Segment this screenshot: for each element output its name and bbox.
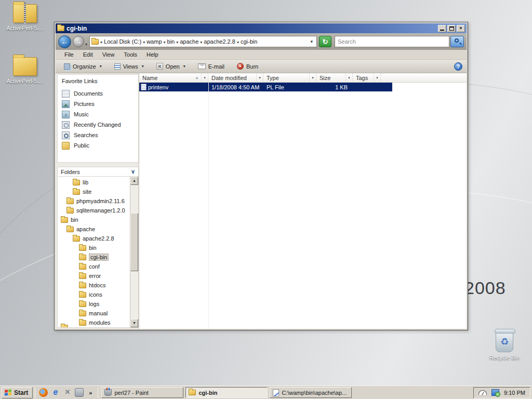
breadcrumb-apache228[interactable]: apache2.2.8 [204,38,235,45]
tree-item-site[interactable]: site [58,187,130,196]
close-button[interactable]: × [457,25,465,32]
column-filter-dropdown[interactable]: ▾ [309,73,316,82]
recent-pages-dropdown[interactable]: ▾ [85,42,87,47]
column-filter-dropdown[interactable]: ▾ [201,73,208,82]
file-row-printenv[interactable]: printenv 1/18/2008 4:50 AM PL File 1 KB [139,83,392,91]
back-button[interactable]: ← [58,35,71,48]
menu-tools[interactable]: Tools [119,50,142,59]
column-header-size[interactable]: Size ▾ [316,73,353,82]
menu-edit[interactable]: Edit [78,50,98,59]
paint-icon [104,389,112,396]
address-breadcrumb-bar[interactable]: ▾ Local Disk (C:) ▾ wamp ▾ bin ▾ apache … [89,36,317,47]
column-header-type[interactable]: Type ▾ [263,73,316,82]
tree-item-manual[interactable]: manual [58,309,130,318]
breadcrumb-separator-icon[interactable]: ▾ [237,40,239,45]
tree-item-bin-inner[interactable]: bin [58,243,130,252]
window-content: Favorite Links Documents Pictures ♪ Musi… [56,73,467,329]
menu-help[interactable]: Help [142,50,163,59]
tree-item-conf[interactable]: conf [58,262,130,271]
favorite-music[interactable]: ♪ Music [62,109,138,119]
desktop-icon-recycle-bin[interactable]: ♻ Recycle Bin [481,330,528,361]
taskbar-divider [35,388,35,398]
folder-tree-panel: lib site phpmyadmin2.11.6 sqlitemanager1… [57,177,139,328]
desktop-icon-activeperl-folder[interactable]: ActivePerl-5.... [1,54,49,84]
forward-button[interactable]: → [73,36,84,47]
title-bar[interactable]: cgi-bin × [56,23,467,33]
tree-item-modules[interactable]: modules [58,318,130,327]
folders-expander[interactable]: Folders ∨ [57,167,139,177]
minimize-button[interactable] [438,25,446,32]
views-button[interactable]: Views ▾ [110,61,148,72]
scroll-up-button[interactable]: ▲ [130,177,138,185]
sort-ascending-icon: ▲ [195,75,199,80]
tree-item-apache[interactable]: apache [58,224,130,234]
tree-item-error[interactable]: error [58,271,130,281]
sidebar-gap [57,163,139,167]
column-header-tags[interactable]: Tags ▾ [353,73,381,82]
open-button[interactable]: ✕ Open ▾ [152,61,190,72]
breadcrumb-separator-icon[interactable]: ▾ [143,40,145,45]
breadcrumb-local-disk[interactable]: Local Disk (C:) [104,38,141,45]
tree-item-htdocs[interactable]: htdocs [58,281,130,290]
column-header-name[interactable]: Name ▲ ▾ [139,73,208,82]
x-tool-icon[interactable]: ✕ [63,388,72,397]
email-button[interactable]: E-mail [194,61,229,72]
column-header-date-modified[interactable]: Date modified ▾ [208,73,263,82]
breadcrumb-bin[interactable]: bin [167,38,175,45]
minimize-icon [440,30,444,31]
maximize-button[interactable] [447,25,456,32]
task-button-notepad[interactable]: C:\wamp\bin\apache\ap... [270,387,352,398]
organize-icon [64,63,70,70]
help-button[interactable]: ? [454,62,462,71]
tree-item-phpmyadmin[interactable]: phpmyadmin2.11.6 [58,196,130,206]
tree-item-icons[interactable]: icons [58,290,130,299]
menu-view[interactable]: View [98,50,119,59]
search-input[interactable] [335,36,449,47]
breadcrumb-wamp[interactable]: wamp [147,38,162,45]
burn-button[interactable]: Burn [233,61,262,72]
folder-icon [79,255,86,260]
internet-explorer-icon[interactable]: e [51,388,60,397]
breadcrumb-separator-icon[interactable]: ▾ [100,40,102,45]
start-button[interactable]: Start [2,387,33,398]
tree-item-sqlitemanager[interactable]: sqlitemanager1.2.0 [58,206,130,215]
firefox-icon[interactable] [39,388,48,397]
organize-button[interactable]: Organize ▾ [60,61,106,72]
folder-icon [79,311,86,316]
column-filter-dropdown[interactable]: ▾ [374,73,380,82]
open-icon: ✕ [156,63,163,70]
desktop-icon-activeperl-zip[interactable]: ActivePerl-5.... [1,1,49,31]
favorite-documents[interactable]: Documents [62,88,138,99]
tree-item-lib[interactable]: lib [58,178,130,187]
breadcrumb-separator-icon[interactable]: ▾ [176,40,178,45]
breadcrumb-separator-icon[interactable]: ▾ [200,40,202,45]
breadcrumb-separator-icon[interactable]: ▾ [164,40,166,45]
favorite-recently-changed[interactable]: Recently Changed [62,119,138,130]
column-filter-dropdown[interactable]: ▾ [345,73,352,82]
search-button[interactable] [450,36,464,47]
favorite-searches[interactable]: Searches [62,130,138,140]
tree-item-cgi-bin[interactable]: cgi-bin [58,252,130,262]
favorite-pictures[interactable]: Pictures [62,99,138,109]
tree-scrollbar[interactable]: ▲ ▼ [130,177,138,327]
server-security-icon[interactable] [75,388,84,397]
tree-item-bin[interactable]: bin [58,215,130,224]
refresh-button[interactable]: ↻ [319,36,331,47]
tree-item-apache228[interactable]: apache2.2.8 [58,234,130,243]
task-button-cgi-bin[interactable]: cgi-bin [185,387,268,398]
menu-file[interactable]: File [60,50,78,59]
breadcrumb-apache[interactable]: apache [180,38,198,45]
breadcrumb-cgi-bin[interactable]: cgi-bin [241,38,257,45]
gauge-tray-icon[interactable] [478,390,487,395]
scrollbar-thumb[interactable] [130,213,138,271]
scroll-down-button[interactable]: ▼ [130,319,138,327]
quick-launch-overflow[interactable]: » [87,390,94,396]
address-history-dropdown[interactable]: ▾ [308,39,315,44]
tree-item-logs[interactable]: logs [58,299,130,309]
taskbar-clock[interactable]: 9:10 PM [504,390,525,396]
task-button-paint[interactable]: perl27 - Paint [101,387,183,398]
network-tray-icon[interactable] [491,389,499,396]
file-name: printenv [148,84,168,90]
favorite-public[interactable]: Public [62,140,138,151]
column-filter-dropdown[interactable]: ▾ [256,73,263,82]
